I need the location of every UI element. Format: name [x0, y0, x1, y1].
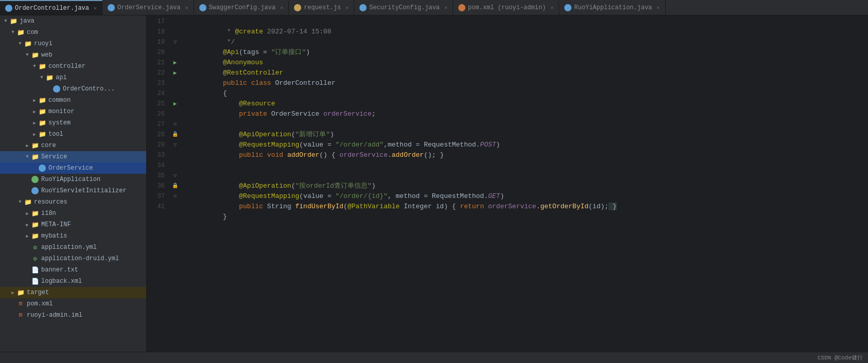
java-class-icon	[31, 187, 39, 195]
sidebar-item-web[interactable]: ▼ 📁 web	[0, 49, 146, 61]
code-line-19: @Api(tags = "订单接口")	[183, 37, 868, 47]
gutter-icon	[170, 27, 180, 37]
sidebar-item-com[interactable]: ▼ 📁 com	[0, 27, 146, 38]
gutter-icon	[170, 160, 180, 171]
sidebar-item-api[interactable]: ▼ 📁 api	[0, 72, 146, 83]
tab-close-icon[interactable]: ✕	[280, 5, 283, 11]
line-num: 36	[147, 181, 165, 191]
tab-ruoyi-app[interactable]: RuoYiApplication.java ✕	[559, 0, 665, 15]
sidebar-item-system[interactable]: ▶ 📁 system	[0, 117, 146, 129]
sidebar-item-ruoyi[interactable]: ▼ 📁 ruoyi	[0, 38, 146, 49]
sidebar-item-common[interactable]: ▶ 📁 common	[0, 95, 146, 106]
gutter-fold-icon[interactable]: ▽	[170, 191, 180, 202]
tab-pom-xml[interactable]: pom.xml (ruoyi-admin) ✕	[453, 0, 559, 15]
sidebar-item-mybatis[interactable]: ▶ 📁 mybatis	[0, 230, 146, 242]
tab-security-config[interactable]: SecurityConfig.java ✕	[354, 0, 453, 15]
gutter-fold-icon[interactable]: ▽	[170, 171, 180, 181]
sidebar-item-pom-xml[interactable]: m pom.xml	[0, 298, 146, 310]
gutter-icon	[170, 109, 180, 119]
js-file-icon	[294, 4, 301, 11]
line-num: 26	[147, 109, 165, 119]
code-line-22: public class OrderController	[183, 68, 868, 78]
sidebar-item-label: core	[41, 142, 56, 149]
sidebar-item-label: resources	[34, 198, 67, 206]
expand-arrow: ▼	[16, 198, 24, 206]
gutter-fold-icon[interactable]: ▽	[170, 37, 180, 47]
editor-area[interactable]: 17 18 19 20 21 22 23 24 25 26 27 28 29 3…	[147, 15, 868, 352]
sidebar-item-iml[interactable]: m ruoyi-admin.iml	[0, 310, 146, 321]
sidebar-item-label: banner.txt	[41, 266, 78, 274]
sidebar-item-label: target	[27, 289, 49, 296]
sidebar-item-i18n[interactable]: ▶ 📁 i18n	[0, 208, 146, 219]
code-container: 17 18 19 20 21 22 23 24 25 26 27 28 29 3…	[147, 15, 868, 352]
folder-icon: 📁	[38, 96, 46, 104]
sidebar-item-resources[interactable]: ▼ 📁 resources	[0, 196, 146, 208]
sidebar-item-label: ruoyi-admin.iml	[27, 312, 82, 319]
sidebar-item-label: OrderService	[48, 165, 93, 172]
expand-arrow	[9, 312, 16, 319]
tab-label: SecurityConfig.java	[369, 4, 440, 11]
expand-arrow: ▶	[31, 119, 38, 126]
tab-close-icon[interactable]: ✕	[550, 5, 553, 11]
sidebar-item-ruoyi-servlet[interactable]: RuoYiServletInitializer	[0, 185, 146, 196]
line-num: 35	[147, 171, 165, 181]
expand-arrow	[24, 255, 31, 262]
sidebar-item-service[interactable]: ▼ 📁 Service	[0, 151, 146, 162]
folder-icon: 📁	[31, 141, 39, 150]
expand-arrow: ▶	[24, 210, 31, 217]
gutter-fold-icon[interactable]: ▽	[170, 140, 180, 150]
tab-order-controller[interactable]: OrderController.java ✕	[0, 0, 102, 15]
gutter-run-icon[interactable]: ▶	[170, 58, 180, 68]
sidebar-item-order-controller[interactable]: OrderContro...	[0, 83, 146, 95]
tab-label: request.js	[304, 4, 341, 11]
folder-icon: 📁	[38, 107, 46, 116]
line-num: 33	[147, 150, 165, 160]
sidebar-item-label: RuoYiServletInitializer	[41, 187, 127, 194]
expand-arrow: ▼	[9, 29, 16, 36]
sidebar-item-target[interactable]: ▶ 📁 target	[0, 287, 146, 298]
expand-arrow: ▼	[31, 63, 38, 70]
tab-close-icon[interactable]: ✕	[345, 5, 349, 11]
tab-request-js[interactable]: request.js ✕	[289, 0, 354, 15]
tab-close-icon[interactable]: ✕	[657, 5, 660, 11]
sidebar-item-ruoyi-app[interactable]: RuoYiApplication	[0, 174, 146, 185]
line-num: 29	[147, 140, 165, 150]
code-line-24: @Resource	[183, 88, 868, 99]
sidebar-item-label: RuoYiApplication	[41, 176, 100, 183]
sidebar-item-controller[interactable]: ▼ 📁 controller	[0, 61, 146, 72]
xml-file-icon: 📄	[31, 277, 39, 285]
sidebar-item-banner-txt[interactable]: 📄 banner.txt	[0, 264, 146, 276]
sidebar-item-logback-xml[interactable]: 📄 logback.xml	[0, 276, 146, 287]
gutter-fold-icon[interactable]: ▽	[170, 119, 180, 130]
txt-file-icon: 📄	[31, 266, 39, 274]
tab-order-service[interactable]: OrderService.java ✕	[102, 0, 194, 15]
sidebar-item-order-service[interactable]: OrderService	[0, 162, 146, 174]
folder-icon: 📁	[31, 232, 39, 240]
tab-close-icon[interactable]: ✕	[444, 5, 447, 11]
expand-arrow	[9, 300, 16, 307]
sidebar-item-java[interactable]: ▼ 📁 java	[0, 15, 146, 27]
tab-swagger-config[interactable]: SwaggerConfig.java ✕	[194, 0, 289, 15]
sidebar-item-app-yml[interactable]: ⚙ application.yml	[0, 242, 146, 253]
gutter-run-icon[interactable]: ▶	[170, 99, 180, 109]
tab-label: RuoYiApplication.java	[574, 4, 652, 11]
expand-arrow: ▶	[31, 108, 38, 115]
java-class-icon	[31, 175, 39, 184]
gutter-run-icon[interactable]: ▶	[170, 68, 180, 78]
sidebar-item-druid-yml[interactable]: ⚙ application-druid.yml	[0, 253, 146, 264]
code-content[interactable]: * @create 2022-07-14 15:08 */ @Api(tags …	[180, 15, 868, 352]
line-num: 41	[147, 202, 165, 212]
sidebar-item-label: web	[41, 51, 53, 59]
tab-close-icon[interactable]: ✕	[185, 5, 188, 11]
gutter-icon	[170, 47, 180, 58]
sidebar-item-meta-inf[interactable]: ▶ 📁 META-INF	[0, 219, 146, 230]
sidebar-item-monitor[interactable]: ▶ 📁 monitor	[0, 106, 146, 117]
sidebar-item-core[interactable]: ▶ 📁 core	[0, 140, 146, 151]
tab-label: OrderController.java	[15, 5, 89, 12]
tab-close-icon[interactable]: ✕	[94, 5, 97, 11]
code-line-17: * @create 2022-07-14 15:08	[183, 16, 868, 27]
sidebar-item-label: com	[27, 29, 38, 36]
code-line-27: @ApiOperation("新增订单")	[183, 119, 868, 130]
sidebar-item-tool[interactable]: ▶ 📁 tool	[0, 129, 146, 140]
java-file-icon	[199, 4, 206, 11]
